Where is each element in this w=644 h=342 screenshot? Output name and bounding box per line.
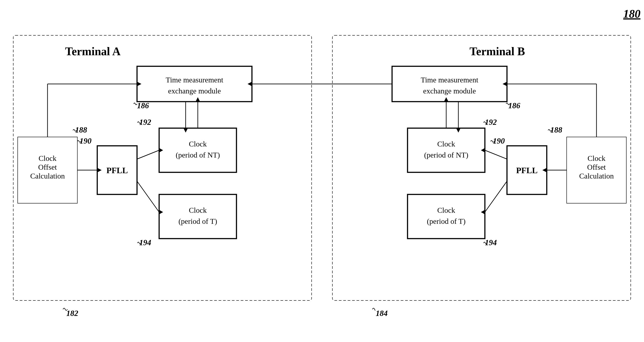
time-exchange-b-box	[392, 66, 507, 102]
clock-nt-a-line1: Clock	[189, 140, 207, 148]
ref-194-b: 194	[485, 238, 497, 247]
ref-192-a: 192	[139, 118, 151, 126]
terminal-a-label: Terminal A	[65, 45, 121, 58]
time-exchange-a-line2: exchange module	[168, 87, 221, 95]
figure-number: 180	[623, 8, 640, 20]
clock-nt-a-box	[159, 128, 236, 172]
ref-186-a: 186	[137, 101, 149, 110]
clock-offset-b-line2: Offset	[587, 163, 606, 171]
time-exchange-b-line1: Time measurement	[421, 76, 478, 84]
clock-offset-b-line1: Clock	[588, 154, 605, 162]
clock-nt-b-box	[408, 128, 485, 172]
clock-offset-a-line3: Calculation	[30, 172, 65, 180]
clock-nt-a-line2: (period of NT)	[176, 151, 220, 159]
clock-t-b-line2: (period of T)	[427, 217, 466, 226]
clock-t-b-box	[408, 194, 485, 238]
diagram-container: 180 Terminal A Terminal B Time measureme…	[0, 0, 644, 342]
pfll-b-label: PFLL	[516, 166, 538, 175]
clock-offset-a-line2: Offset	[38, 163, 57, 171]
ref-194-a: 194	[139, 238, 151, 247]
clock-offset-a-line1: Clock	[38, 154, 56, 162]
clock-t-b-line1: Clock	[437, 206, 455, 214]
ref-182: 182	[66, 309, 78, 318]
clock-offset-b-line3: Calculation	[579, 172, 614, 180]
time-exchange-a-line1: Time measurement	[166, 76, 224, 84]
ref-188-a: 188	[75, 126, 87, 134]
ref-186-b: 186	[508, 101, 520, 110]
ref-184: 184	[376, 309, 388, 318]
clock-nt-b-line2: (period of NT)	[424, 151, 468, 159]
ref-190-b: 190	[493, 136, 505, 145]
clock-t-a-line2: (period of T)	[178, 217, 217, 226]
ref-192-b: 192	[485, 118, 497, 126]
clock-nt-b-line1: Clock	[437, 140, 455, 148]
wavy-184	[372, 308, 375, 310]
pfll-a-label: PFLL	[106, 166, 128, 175]
time-exchange-a-box	[137, 66, 252, 102]
time-exchange-b-line2: exchange module	[423, 87, 476, 95]
ref-188-b: 188	[550, 126, 562, 134]
ref-190-a: 190	[80, 136, 92, 145]
terminal-b-label: Terminal B	[470, 45, 525, 58]
clock-t-a-line1: Clock	[189, 206, 207, 214]
clock-t-a-box	[159, 194, 236, 238]
